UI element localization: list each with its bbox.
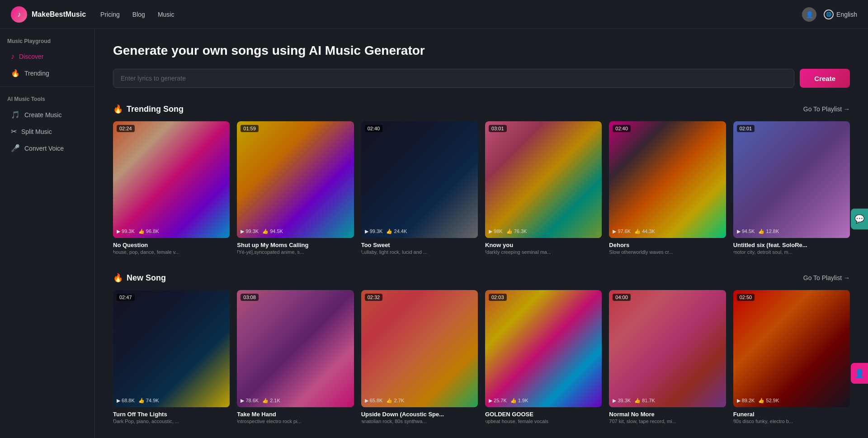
card-thumbnail: 02:40 ▶ 99.3K 👍 24.4K xyxy=(361,121,478,238)
card-overlay: 03:08 ▶ 78.6K 👍 2.1K xyxy=(237,290,354,407)
new-goto-playlist[interactable]: Go To Playlist → xyxy=(803,274,850,281)
new-title: 🔥 New Song xyxy=(113,273,166,283)
card-overlay: 02:40 ▶ 99.3K 👍 24.4K xyxy=(361,121,478,238)
logo-area[interactable]: ♪ MakeBestMusic xyxy=(11,6,86,23)
card-play-count: ▶ 89.2K xyxy=(737,398,755,404)
card-description: Lullaby, light rock, lucid and ... xyxy=(361,249,478,255)
card-duration: 04:00 xyxy=(613,294,631,301)
card-item[interactable]: 02:40 ▶ 97.6K 👍 44.3K Dehors Slow otherw… xyxy=(609,121,726,255)
card-thumbnail: 02:03 ▶ 25.7K 👍 1.9K xyxy=(485,290,602,407)
card-play-count: ▶ 65.8K xyxy=(365,398,383,404)
card-name: Dehors xyxy=(609,242,726,248)
card-name: Untitled six (feat. SoloRe... xyxy=(733,242,850,248)
trending-section: 🔥 Trending Song Go To Playlist → 02:24 ▶… xyxy=(113,104,850,255)
trending-title-text: Trending Song xyxy=(127,105,184,114)
card-like-count: 👍 76.3K xyxy=(506,229,527,234)
card-item[interactable]: 03:08 ▶ 78.6K 👍 2.1K Take Me Hand intros… xyxy=(237,290,354,424)
card-overlay: 02:24 ▶ 99.3K 👍 96.8K xyxy=(113,121,230,238)
card-like-count: 👍 2.1K xyxy=(262,398,280,404)
page-title: Generate your own songs using AI Music G… xyxy=(113,43,850,58)
card-stats: ▶ 99.3K 👍 24.4K xyxy=(365,229,474,234)
card-description: house, pop, dance, female v... xyxy=(113,249,230,255)
create-button[interactable]: Create xyxy=(800,69,850,88)
card-item[interactable]: 02:24 ▶ 99.3K 👍 96.8K No Question house,… xyxy=(113,121,230,255)
card-info: Take Me Hand introspective electro rock … xyxy=(237,407,354,424)
card-info: Dehors Slow otherworldly waves cr... xyxy=(609,238,726,255)
card-duration: 03:08 xyxy=(241,294,259,301)
card-thumbnail: 02:47 ▶ 68.8K 👍 74.9K xyxy=(113,290,230,407)
card-play-count: ▶ 99.3K xyxy=(117,229,135,234)
card-play-count: ▶ 97.6K xyxy=(613,229,631,234)
nav-blog[interactable]: Blog xyxy=(132,11,145,18)
card-item[interactable]: 02:50 ▶ 89.2K 👍 52.9K Funeral 80s disco … xyxy=(733,290,850,424)
card-name: Take Me Hand xyxy=(237,411,354,418)
language-selector[interactable]: 🌐 English xyxy=(824,10,857,19)
sidebar-divider xyxy=(0,86,94,87)
card-item[interactable]: 02:32 ▶ 65.8K 👍 2.7K Upside Down (Acoust… xyxy=(361,290,478,424)
avatar[interactable]: 👤 xyxy=(802,7,816,22)
card-description: anatolian rock, 80s synthwa... xyxy=(361,419,478,424)
card-name: Shut up My Moms Calling xyxy=(237,242,354,248)
card-description: [darkly creeping seminal ma... xyxy=(485,249,602,255)
nav-music[interactable]: Music xyxy=(158,11,175,18)
chat-bubble[interactable]: 💬 xyxy=(851,209,868,229)
logo-icon: ♪ xyxy=(11,6,27,23)
card-overlay: 02:03 ▶ 25.7K 👍 1.9K xyxy=(485,290,602,407)
card-thumbnail: 03:08 ▶ 78.6K 👍 2.1K xyxy=(237,290,354,407)
sidebar-item-trending[interactable]: 🔥 Trending xyxy=(4,65,91,81)
card-info: No Question house, pop, dance, female v.… xyxy=(113,238,230,255)
nav-links: Pricing Blog Music xyxy=(100,11,174,18)
card-like-count: 👍 2.7K xyxy=(386,398,404,404)
card-duration: 03:01 xyxy=(489,125,507,132)
search-area: Create xyxy=(113,69,850,88)
card-duration: 02:32 xyxy=(365,294,383,301)
card-like-count: 👍 52.9K xyxy=(758,398,779,404)
card-name: GOLDEN GOOSE xyxy=(485,411,602,418)
card-item[interactable]: 04:00 ▶ 39.3K 👍 81.7K Normal No More 707… xyxy=(609,290,726,424)
card-like-count: 👍 12.8K xyxy=(758,229,779,234)
trending-goto-playlist[interactable]: Go To Playlist → xyxy=(803,105,850,113)
nav-pricing[interactable]: Pricing xyxy=(100,11,120,18)
card-info: Shut up My Moms Calling [Yé-yé],syncopat… xyxy=(237,238,354,255)
card-duration: 02:40 xyxy=(613,125,631,132)
card-overlay: 03:01 ▶ 98K 👍 76.3K xyxy=(485,121,602,238)
sidebar-item-discover[interactable]: ♪ Discover xyxy=(4,49,91,64)
card-duration: 02:40 xyxy=(365,125,383,132)
card-play-count: ▶ 94.5K xyxy=(737,229,755,234)
card-description: Slow otherworldly waves cr... xyxy=(609,249,726,255)
fire-icon-new: 🔥 xyxy=(113,273,123,283)
card-overlay: 04:00 ▶ 39.3K 👍 81.7K xyxy=(609,290,726,407)
search-input[interactable] xyxy=(113,69,794,88)
create-music-icon: 🎵 xyxy=(11,110,20,119)
card-image: 02:40 ▶ 99.3K 👍 24.4K xyxy=(361,121,478,238)
card-item[interactable]: 01:59 ▶ 99.3K 👍 94.5K Shut up My Moms Ca… xyxy=(237,121,354,255)
card-item[interactable]: 03:01 ▶ 98K 👍 76.3K Know you [darkly cre… xyxy=(485,121,602,255)
card-info: GOLDEN GOOSE upbeat house, female vocals xyxy=(485,407,602,424)
new-section: 🔥 New Song Go To Playlist → 02:47 ▶ 68.8… xyxy=(113,273,850,424)
card-duration: 02:47 xyxy=(117,294,135,301)
main-content: Generate your own songs using AI Music G… xyxy=(95,29,868,438)
card-item[interactable]: 02:47 ▶ 68.8K 👍 74.9K Turn Off The Light… xyxy=(113,290,230,424)
card-info: Normal No More 707 kit, slow, tape recor… xyxy=(609,407,726,424)
new-cards-grid: 02:47 ▶ 68.8K 👍 74.9K Turn Off The Light… xyxy=(113,290,850,424)
card-item[interactable]: 02:03 ▶ 25.7K 👍 1.9K GOLDEN GOOSE upbeat… xyxy=(485,290,602,424)
card-stats: ▶ 98K 👍 76.3K xyxy=(489,229,598,234)
card-item[interactable]: 02:01 ▶ 94.5K 👍 12.8K Untitled six (feat… xyxy=(733,121,850,255)
sidebar-discover-label: Discover xyxy=(19,53,43,60)
sidebar-item-split-music[interactable]: ✂ Split Music xyxy=(4,124,91,139)
card-like-count: 👍 44.3K xyxy=(634,229,655,234)
user-avatar-bubble[interactable]: 👤 xyxy=(851,363,868,384)
sidebar-item-convert-voice[interactable]: 🎤 Convert Voice xyxy=(4,140,91,156)
split-music-icon: ✂ xyxy=(11,127,17,136)
card-overlay: 02:50 ▶ 89.2K 👍 52.9K xyxy=(733,290,850,407)
card-description: 80s disco funky, electro b... xyxy=(733,419,850,424)
card-duration: 02:01 xyxy=(737,125,755,132)
card-item[interactable]: 02:40 ▶ 99.3K 👍 24.4K Too Sweet Lullaby,… xyxy=(361,121,478,255)
sidebar-item-create-music[interactable]: 🎵 Create Music xyxy=(4,107,91,123)
card-duration: 02:24 xyxy=(117,125,135,132)
card-thumbnail: 02:40 ▶ 97.6K 👍 44.3K xyxy=(609,121,726,238)
sidebar: Music Playgroud ♪ Discover 🔥 Trending AI… xyxy=(0,29,95,438)
card-info: Untitled six (feat. SoloRe... motor city… xyxy=(733,238,850,255)
card-image: 02:24 ▶ 99.3K 👍 96.8K xyxy=(113,121,230,238)
card-like-count: 👍 81.7K xyxy=(634,398,655,404)
